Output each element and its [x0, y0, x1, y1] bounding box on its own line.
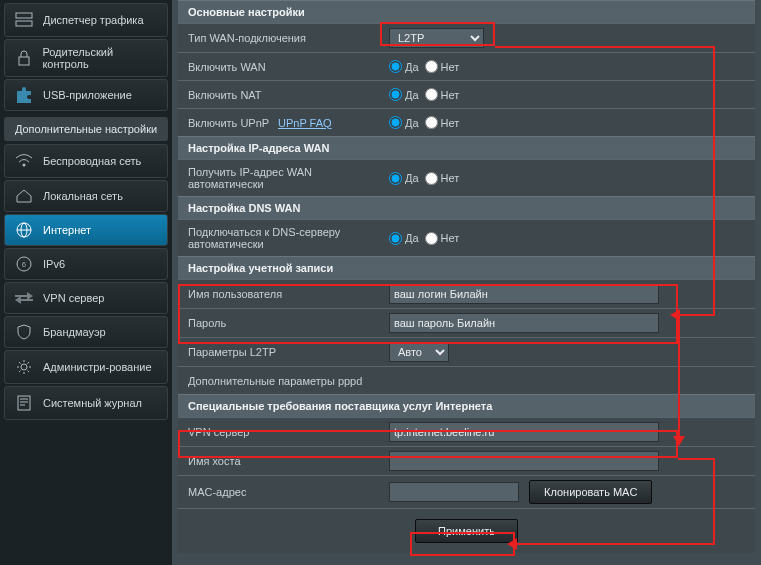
log-icon	[13, 394, 35, 412]
radio-no[interactable]: Нет	[425, 88, 460, 101]
select-l2tp-params[interactable]: Авто	[389, 342, 449, 362]
footer: Применить	[178, 508, 755, 553]
group-dns-title: Настройка DNS WAN	[178, 196, 755, 219]
nav-label: Родительский контроль	[42, 46, 159, 70]
label-enable-nat: Включить NAT	[178, 83, 383, 107]
svg-point-3	[23, 164, 26, 167]
label-dns-auto: Подключаться к DNS-серверу автоматически	[178, 220, 383, 256]
row-mac: MAC-адрес Клонировать MAC	[178, 475, 755, 508]
label-enable-wan: Включить WAN	[178, 55, 383, 79]
nav-label: Администри-рование	[43, 361, 152, 373]
row-host: Имя хоста	[178, 446, 755, 475]
row-vpn-server: VPN сервер	[178, 417, 755, 446]
nav-label: Локальная сеть	[43, 190, 123, 202]
label-mac: MAC-адрес	[178, 480, 383, 504]
nav-parental-control[interactable]: Родительский контроль	[4, 39, 168, 77]
nav-label: VPN сервер	[43, 292, 104, 304]
nav-admin[interactable]: Администри-рование	[4, 350, 168, 384]
label-wan-type: Тип WAN-подключения	[178, 26, 383, 50]
input-mac[interactable]	[389, 482, 519, 502]
nav-label: IPv6	[43, 258, 65, 270]
radio-yes[interactable]: Да	[389, 232, 419, 245]
group-basic-title: Основные настройки	[178, 0, 755, 23]
row-ppp-extra: Дополнительные параметры pppd	[178, 366, 755, 394]
input-host[interactable]	[389, 451, 659, 471]
group-account-title: Настройка учетной записи	[178, 256, 755, 279]
radio-no[interactable]: Нет	[425, 232, 460, 245]
label-vpn-server: VPN сервер	[178, 420, 383, 444]
double-arrow-icon	[13, 289, 35, 307]
nav-syslog[interactable]: Системный журнал	[4, 386, 168, 420]
radio-no[interactable]: Нет	[425, 116, 460, 129]
nav-label: Беспроводная сеть	[43, 155, 141, 167]
row-wan-ip-auto: Получить IP-адрес WAN автоматически Да Н…	[178, 159, 755, 196]
nav-internet[interactable]: Интернет	[4, 214, 168, 246]
nav-label: Системный журнал	[43, 397, 142, 409]
group-wan-ip-title: Настройка IP-адреса WAN	[178, 136, 755, 159]
nav-firewall[interactable]: Брандмауэр	[4, 316, 168, 348]
puzzle-icon	[13, 86, 35, 104]
nav-vpn[interactable]: VPN сервер	[4, 282, 168, 314]
home-icon	[13, 187, 35, 205]
svg-rect-10	[18, 396, 30, 410]
radio-no[interactable]: Нет	[425, 172, 460, 185]
row-enable-upnp: Включить UPnP UPnP FAQ Да Нет	[178, 108, 755, 136]
nav-lan[interactable]: Локальная сеть	[4, 180, 168, 212]
row-dns-auto: Подключаться к DNS-серверу автоматически…	[178, 219, 755, 256]
select-wan-type[interactable]: L2TP	[389, 28, 484, 48]
main-content: Основные настройки Тип WAN-подключения L…	[172, 0, 761, 565]
group-isp-title: Специальные требования поставщика услуг …	[178, 394, 755, 417]
svg-point-9	[21, 364, 27, 370]
shield-icon	[13, 323, 35, 341]
svg-rect-0	[16, 13, 32, 18]
svg-text:6: 6	[22, 261, 26, 268]
svg-rect-1	[16, 21, 32, 26]
clone-mac-button[interactable]: Клонировать MAC	[529, 480, 652, 504]
input-password[interactable]	[389, 313, 659, 333]
row-wan-type: Тип WAN-подключения L2TP	[178, 23, 755, 52]
nav-label: Брандмауэр	[43, 326, 106, 338]
row-username: Имя пользователя	[178, 279, 755, 308]
label-password: Пароль	[178, 311, 383, 335]
input-username[interactable]	[389, 284, 659, 304]
input-vpn-server[interactable]	[389, 422, 659, 442]
gear-icon	[13, 358, 35, 376]
radio-yes[interactable]: Да	[389, 172, 419, 185]
section-header-extra: Дополнительные настройки	[4, 117, 168, 141]
network-icon	[13, 11, 35, 29]
label-l2tp-params: Параметры L2TP	[178, 340, 383, 364]
label-host: Имя хоста	[178, 449, 383, 473]
nav-label: Интернет	[43, 224, 91, 236]
ipv6-icon: 6	[13, 255, 35, 273]
sidebar: Диспетчер трафика Родительский контроль …	[0, 0, 172, 565]
nav-traffic-manager[interactable]: Диспетчер трафика	[4, 3, 168, 37]
svg-rect-2	[19, 57, 29, 65]
nav-ipv6[interactable]: 6 IPv6	[4, 248, 168, 280]
apply-button[interactable]: Применить	[415, 519, 518, 543]
row-enable-nat: Включить NAT Да Нет	[178, 80, 755, 108]
label-ppp-extra: Дополнительные параметры pppd	[178, 369, 383, 393]
nav-usb-app[interactable]: USB-приложение	[4, 79, 168, 111]
nav-label: Диспетчер трафика	[43, 14, 144, 26]
radio-yes[interactable]: Да	[389, 60, 419, 73]
radio-yes[interactable]: Да	[389, 88, 419, 101]
nav-label: USB-приложение	[43, 89, 132, 101]
row-l2tp-params: Параметры L2TP Авто	[178, 337, 755, 366]
globe-icon	[13, 221, 35, 239]
upnp-faq-link[interactable]: UPnP FAQ	[278, 117, 332, 129]
label-username: Имя пользователя	[178, 282, 383, 306]
radio-yes[interactable]: Да	[389, 116, 419, 129]
row-enable-wan: Включить WAN Да Нет	[178, 52, 755, 80]
nav-wireless[interactable]: Беспроводная сеть	[4, 144, 168, 178]
lock-icon	[13, 49, 34, 67]
label-enable-upnp: Включить UPnP UPnP FAQ	[178, 111, 383, 135]
row-password: Пароль	[178, 308, 755, 337]
wifi-icon	[13, 152, 35, 170]
radio-no[interactable]: Нет	[425, 60, 460, 73]
label-wan-ip-auto: Получить IP-адрес WAN автоматически	[178, 160, 383, 196]
